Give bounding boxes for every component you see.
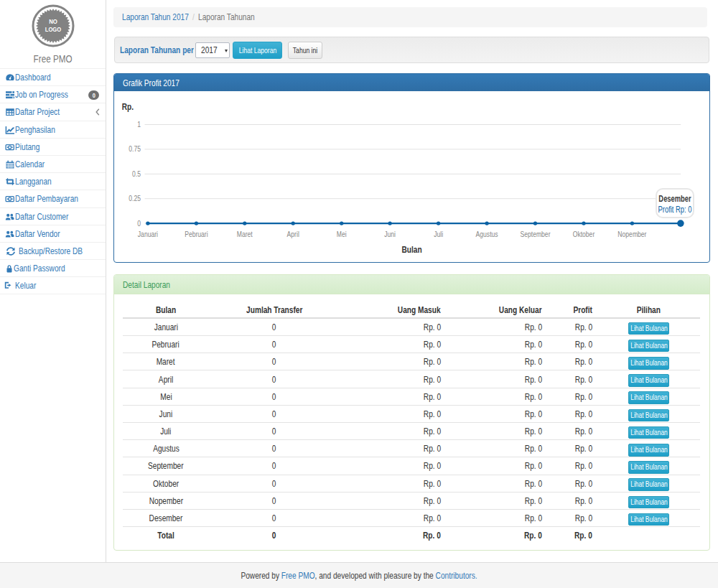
svg-text:Mei: Mei	[337, 229, 347, 238]
svg-text:Juni: Juni	[384, 229, 396, 238]
svg-text:Oktober: Oktober	[573, 229, 595, 238]
svg-text:Bulan: Bulan	[401, 243, 421, 254]
svg-text:Juli: Juli	[434, 229, 443, 238]
svg-text:0.25: 0.25	[129, 194, 141, 202]
svg-text:September: September	[521, 229, 551, 238]
svg-text:LOGO: LOGO	[45, 26, 62, 33]
svg-text:0.5: 0.5	[132, 169, 141, 178]
svg-text:Maret: Maret	[237, 229, 253, 238]
svg-text:April: April	[287, 229, 299, 238]
svg-text:Januari: Januari	[138, 229, 158, 238]
svg-text:Pebruari: Pebruari	[185, 229, 208, 238]
svg-text:0.75: 0.75	[129, 144, 141, 153]
svg-text:Rp.: Rp.	[122, 101, 134, 111]
svg-text:0: 0	[137, 219, 141, 228]
svg-text:Agustus: Agustus	[476, 229, 498, 238]
svg-text:1: 1	[137, 120, 141, 129]
svg-text:NO: NO	[49, 18, 57, 25]
svg-text:Nopember: Nopember	[617, 229, 646, 238]
